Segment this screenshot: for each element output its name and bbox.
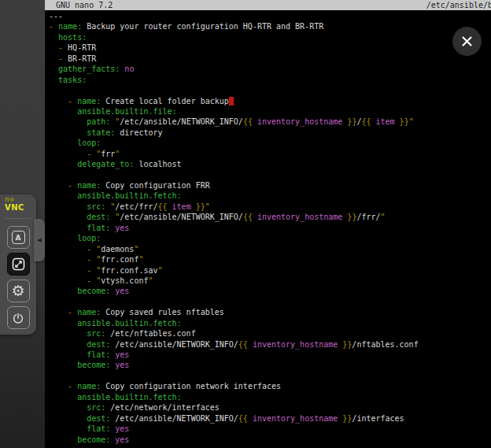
fullscreen-button[interactable] bbox=[7, 253, 30, 276]
code-token: {{ bbox=[243, 117, 253, 126]
code-token bbox=[49, 266, 87, 275]
code-token bbox=[49, 234, 77, 243]
code-token: " bbox=[148, 276, 153, 285]
code-token: directory bbox=[115, 128, 162, 137]
novnc-logo: no VNC bbox=[0, 197, 36, 212]
code-line: - "daemons" bbox=[49, 245, 419, 255]
code-token bbox=[49, 128, 87, 137]
code-line bbox=[49, 171, 419, 181]
code-token: loop: bbox=[77, 139, 101, 147]
code-token: yes bbox=[115, 287, 129, 295]
code-token: - bbox=[58, 54, 68, 63]
code-token: " bbox=[115, 150, 120, 158]
code-line: become: yes bbox=[49, 435, 419, 446]
code-token: yes bbox=[115, 361, 129, 369]
code-token: dest: bbox=[87, 213, 110, 221]
code-token: Copy configuration network interfaces bbox=[101, 382, 281, 391]
code-line: tasks: bbox=[49, 76, 419, 86]
code-token bbox=[49, 181, 68, 190]
close-button[interactable] bbox=[452, 27, 482, 56]
code-line: path: "/etc/ansible/NETWORK_INFO/{{ inve… bbox=[49, 117, 419, 128]
code-token: frr bbox=[101, 150, 115, 158]
code-token bbox=[49, 202, 87, 211]
power-button[interactable] bbox=[7, 306, 30, 329]
code-token: src: bbox=[87, 403, 105, 412]
code-token: /nftables.conf bbox=[352, 340, 418, 349]
code-token: vtysh.conf bbox=[101, 276, 148, 285]
code-token: {{ bbox=[158, 202, 168, 211]
code-token: flat: bbox=[87, 350, 110, 359]
code-token bbox=[49, 33, 58, 42]
code-token bbox=[49, 393, 77, 402]
code-token bbox=[49, 435, 77, 444]
code-token: /etc/network/interfaces bbox=[105, 403, 220, 412]
code-token: yes bbox=[115, 350, 129, 359]
code-token: BR-RTR bbox=[68, 54, 96, 63]
code-token: name: bbox=[58, 22, 82, 31]
code-line: delegate_to: localhost bbox=[49, 160, 419, 170]
code-line: dest: "/etc/ansible/NETWORK_INFO/{{ inve… bbox=[49, 213, 419, 223]
panel-collapse-handle[interactable]: ◀ bbox=[34, 219, 45, 261]
code-token: flat: bbox=[87, 424, 110, 433]
keyboard-button[interactable]: A bbox=[7, 226, 30, 249]
code-token: yes bbox=[115, 224, 129, 232]
code-token bbox=[49, 255, 87, 264]
code-line: - BR-RTR bbox=[49, 54, 419, 65]
code-token: /etc/ansible/NETWORK_INFO/ bbox=[120, 117, 243, 126]
code-line: - name: Copy saved rules nftables bbox=[49, 308, 419, 318]
code-token: - bbox=[49, 22, 58, 31]
code-token bbox=[49, 43, 58, 52]
code-line: ansible.builtin.file: bbox=[49, 107, 419, 117]
code-token: - " bbox=[87, 245, 101, 254]
code-line: gather_facts: no bbox=[49, 65, 419, 75]
code-line: src: /etc/nftables.conf bbox=[49, 329, 419, 339]
code-token bbox=[49, 319, 77, 328]
code-token: ansible.builtin.fetch: bbox=[77, 319, 181, 328]
code-token: Backup your router configuration HQ-RTR … bbox=[82, 22, 323, 31]
code-line: - name: Backup your router configuration… bbox=[49, 22, 419, 32]
code-line: ansible.builtin.fetch: bbox=[49, 191, 419, 202]
code-line: become: yes bbox=[49, 287, 419, 297]
settings-button[interactable]: ⚙ bbox=[7, 280, 30, 302]
code-token: inventory_hostname bbox=[248, 340, 342, 349]
code-token: tasks: bbox=[58, 76, 87, 84]
code-token: " bbox=[138, 255, 143, 264]
code-token: become: bbox=[77, 287, 110, 295]
code-token: frr.conf bbox=[101, 255, 138, 264]
code-line: - name: Create local folder backup bbox=[49, 97, 419, 107]
code-token: " bbox=[157, 266, 162, 275]
code-token bbox=[49, 329, 87, 338]
code-token: --- bbox=[49, 12, 63, 20]
code-token: ansible.builtin.file: bbox=[77, 107, 176, 116]
code-token: " bbox=[381, 213, 386, 221]
code-token: {{ bbox=[238, 340, 248, 349]
code-line: - "frr" bbox=[49, 150, 419, 160]
code-line: flat: yes bbox=[49, 224, 419, 234]
expand-icon bbox=[12, 257, 25, 271]
code-token: - " bbox=[87, 276, 101, 285]
code-token: src: bbox=[87, 329, 105, 338]
code-token: path: bbox=[87, 117, 110, 126]
code-token: - bbox=[68, 382, 77, 391]
file-path: /etc/ansible/b bbox=[426, 0, 491, 10]
code-token bbox=[49, 139, 77, 147]
code-token: become: bbox=[77, 361, 110, 369]
code-token bbox=[49, 65, 58, 73]
code-token bbox=[49, 150, 87, 158]
code-token bbox=[49, 350, 87, 359]
code-token: hosts: bbox=[58, 33, 87, 42]
code-token: daemons bbox=[101, 245, 134, 254]
code-line: src: /etc/network/interfaces bbox=[49, 403, 419, 413]
code-token: gather_facts: bbox=[58, 65, 120, 73]
code-token bbox=[49, 213, 87, 221]
code-line: - "frr.conf.sav" bbox=[49, 266, 419, 276]
code-token: - bbox=[68, 308, 77, 317]
code-token: {{ bbox=[238, 414, 248, 423]
editor-content[interactable]: ---- name: Backup your router configurat… bbox=[49, 12, 419, 446]
code-line: loop: bbox=[49, 234, 419, 244]
close-icon bbox=[461, 35, 473, 47]
code-line: - name: Copy configuration FRR bbox=[49, 181, 419, 191]
code-token: inventory_hostname bbox=[248, 414, 342, 423]
novnc-logo-vnc: VNC bbox=[5, 204, 36, 212]
code-token: - bbox=[58, 43, 68, 52]
